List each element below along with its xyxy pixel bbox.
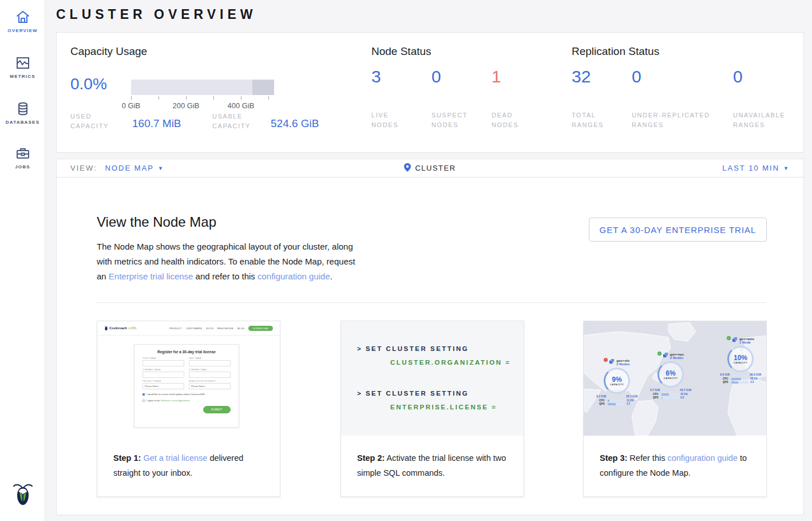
axis-tick-label: 0 GiB [114, 101, 148, 110]
qps-label: QPS [653, 396, 660, 399]
trial-registration-screenshot: Cockroach LABS PRODUCT CUSTOMERS DOCS RE… [97, 321, 280, 436]
mini-input [189, 360, 231, 366]
sidebar-item-label: JOBS [0, 164, 45, 169]
mini-nav-item: PRODUCT [169, 327, 182, 330]
usable-capacity-value: 524.6 GiB [271, 117, 319, 130]
dead-nodes-label: DEAD NODES [492, 110, 532, 130]
locality-node-count: 1 Node [739, 341, 754, 344]
mini-input [142, 372, 184, 378]
live-nodes-label: LIVE NODES [371, 110, 411, 130]
qps-value: 0.0 [680, 396, 688, 399]
capacity-used: 3.6 GiB [720, 373, 730, 376]
cpu-bar [731, 378, 748, 380]
qps-bar [608, 403, 625, 405]
nodes-cube-icon [732, 337, 738, 342]
capacity-ring: 10% CAPACITY [727, 346, 754, 372]
step-number: Step 2: [357, 453, 385, 463]
sidebar-item-metrics[interactable]: METRICS [0, 55, 45, 79]
capacity-used: 3.2 GiB [596, 394, 606, 398]
capacity-total: 43.7 GiB [680, 388, 691, 392]
configuration-guide-link[interactable]: configuration guide [258, 271, 330, 281]
mini-field-label: PROJECT PHASE [142, 380, 184, 382]
mini-input [189, 372, 231, 378]
step1-card: Cockroach LABS PRODUCT CUSTOMERS DOCS RE… [97, 321, 280, 497]
suspect-nodes-label: SUSPECT NODES [431, 110, 472, 130]
step3-caption: Step 3: Refer this configuration guide t… [584, 436, 766, 480]
axis-tick [159, 96, 159, 100]
mini-field-label: REASON FOR INTEREST [189, 380, 231, 382]
map-pin-icon [404, 163, 411, 173]
sidebar-item-jobs[interactable]: JOBS [0, 145, 45, 169]
mini-checkbox-label: I agree to the [146, 399, 161, 402]
node-status-title: Node Status [371, 45, 431, 58]
cpu-label: CPU [599, 399, 606, 402]
qps-bar [662, 397, 679, 399]
node-map-illustration: ! geo=sfo 2 Nodes 9% CAPACITY 3.2 GiB 33… [584, 321, 766, 436]
capacity-used-percent: 0.0% [70, 75, 107, 93]
page-title: CLUSTER OVERVIEW [56, 7, 257, 22]
cpu-label: CPU [653, 393, 660, 396]
section-description: The Node Map shows the geographical layo… [97, 239, 361, 284]
caption-text: Refer this [627, 453, 667, 463]
time-range-selector[interactable]: LAST 10 MIN ▼ [722, 159, 790, 177]
mini-nav-item: RESOURCES [217, 327, 233, 330]
locality-node-count: 2 Nodes [616, 362, 629, 366]
mini-checkbox-row: I agree to the Software License Agreemen… [142, 399, 231, 402]
capacity-usage-title: Capacity Usage [70, 45, 147, 58]
qps-value: 4.4 [750, 381, 758, 384]
capacity-bar-chart [131, 80, 274, 95]
mini-cockroach-logo: Cockroach LABS [104, 326, 137, 331]
view-toolbar: VIEW: NODE MAP ▼ CLUSTER LAST 10 MIN ▼ [56, 159, 804, 177]
time-range-value: LAST 10 MIN [722, 164, 779, 172]
cpu-value: 42.5% [680, 393, 688, 396]
mini-submit-button: SUBMIT [203, 406, 231, 413]
sql-setting-text: CLUSTER.ORGANIZATION = [390, 359, 510, 366]
used-capacity-label: USED CAPACITY [70, 112, 120, 131]
cpu-bar [662, 393, 679, 396]
mini-registration-form: Register for a 30-day trial license FIRS… [134, 344, 239, 428]
sidebar-item-databases[interactable]: DATABASES [0, 101, 45, 125]
capacity-total: 33.1 GiB [626, 394, 637, 398]
configuration-guide-link[interactable]: configuration guide [667, 453, 738, 463]
cpu-value: 11.0% [627, 399, 635, 402]
get-enterprise-trial-button[interactable]: GET A 30-DAY ENTERPRISE TRIAL [589, 218, 767, 242]
sidebar: OVERVIEW METRICS DATABASES [0, 0, 45, 521]
description-text: . [330, 271, 332, 281]
axis-tick [268, 96, 269, 100]
capacity-percent: 10% [734, 354, 747, 361]
warning-icon: ! [604, 358, 608, 362]
check-icon: ✓ [727, 336, 731, 340]
mini-field-label: COMPANY NAME [142, 369, 184, 371]
axis-tick [131, 96, 132, 100]
sidebar-item-overview[interactable]: OVERVIEW [0, 9, 45, 33]
cpu-label: CPU [723, 377, 730, 380]
metrics-chart-icon [0, 55, 45, 71]
step3-card: ! geo=sfo 2 Nodes 9% CAPACITY 3.2 GiB 33… [583, 321, 767, 497]
sidebar-item-label: DATABASES [0, 120, 45, 125]
sql-command-text: > SET CLUSTER SETTING [357, 345, 469, 352]
get-trial-license-link[interactable]: Get a trial license [143, 453, 207, 463]
enterprise-trial-license-link[interactable]: Enterprise trial license [109, 271, 193, 281]
mini-site-nav: PRODUCT CUSTOMERS DOCS RESOURCES BLOG DO… [169, 326, 273, 331]
axis-tick [186, 96, 187, 100]
briefcase-icon [0, 145, 45, 161]
total-ranges-label: TOTAL RANGES [572, 110, 617, 130]
step-number: Step 3: [600, 453, 627, 463]
cpu-value: 58.3% [750, 377, 758, 380]
step-number: Step 1: [113, 453, 141, 463]
unavailable-ranges-label: UNAVAILABLE RANGES [733, 110, 796, 130]
check-icon: ✓ [657, 352, 662, 356]
sql-commands-illustration: > SET CLUSTER SETTING CLUSTER.ORGANIZATI… [341, 321, 524, 436]
total-ranges-value: 32 [572, 67, 591, 86]
divider [97, 302, 766, 303]
axis-tick [213, 96, 214, 100]
sidebar-item-label: METRICS [0, 74, 45, 79]
replication-status-title: Replication Status [572, 45, 659, 58]
breadcrumb-cluster[interactable]: CLUSTER [415, 164, 455, 172]
nodes-cube-icon [663, 353, 668, 358]
chevron-down-icon: ▼ [783, 165, 790, 171]
qps-bar [731, 381, 748, 384]
mini-license-link: Software License Agreement. [161, 399, 191, 402]
qps-label: QPS [599, 402, 606, 405]
locality-widget-nyc: ✓ geo=nyc 2 Nodes 6% CAPACITY 3.7 GiB 43… [644, 353, 697, 399]
